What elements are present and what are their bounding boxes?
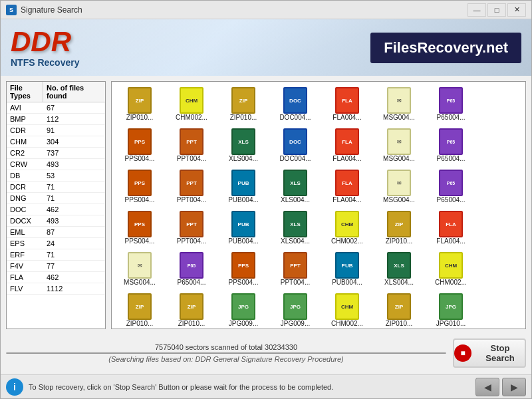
file-icon[interactable]: PPT PPT004... xyxy=(166,126,217,166)
file-list-row[interactable]: DOCX493 xyxy=(7,215,105,227)
file-icon-label: ZIP010... xyxy=(178,320,205,328)
file-list-row[interactable]: BMP112 xyxy=(7,114,105,125)
file-icon[interactable]: PPS PPS004... xyxy=(114,167,165,207)
file-icon[interactable]: PUB PUB004... xyxy=(218,167,269,207)
file-icon-img: PUB xyxy=(230,211,257,237)
file-icon[interactable]: DOC DOC004... xyxy=(270,126,321,166)
file-list-row[interactable]: DCR71 xyxy=(7,182,105,193)
file-icon-img: P65 xyxy=(438,128,464,155)
file-icon-label: P65004... xyxy=(437,196,466,204)
file-icon-label: ZIP010... xyxy=(386,237,413,245)
file-list-row[interactable]: FLV1112 xyxy=(7,283,105,295)
file-icon[interactable]: JPG JPG009... xyxy=(218,291,269,329)
file-icon[interactable]: ✉ MSG004... xyxy=(374,126,424,166)
file-list-row[interactable]: EML87 xyxy=(7,227,105,238)
file-count-cell: 91 xyxy=(43,125,105,136)
file-icon[interactable]: CHM CHM002... xyxy=(322,291,372,329)
file-icon[interactable]: CHM CHM002... xyxy=(426,249,476,289)
file-icon[interactable]: FLA FLA004... xyxy=(322,84,372,124)
file-list-row[interactable]: CR2737 xyxy=(7,148,105,159)
progress-row: 7575040 sectors scanned of total 3023433… xyxy=(6,338,526,368)
file-icon[interactable]: PPT PPT004... xyxy=(166,167,217,207)
file-type-icon: FLA xyxy=(335,170,359,196)
file-type-icon: ✉ xyxy=(128,252,152,279)
file-icon[interactable]: CHM CHM002... xyxy=(166,84,217,124)
file-icon-img: XLS xyxy=(230,128,257,155)
maximize-button[interactable]: □ xyxy=(487,3,506,17)
file-icon[interactable]: XLS XLS004... xyxy=(270,167,321,207)
file-icon-img: ZIP xyxy=(230,87,257,114)
file-icon-img: PPS xyxy=(126,211,153,237)
file-count-cell: 737 xyxy=(43,148,105,158)
file-icon[interactable]: ZIP ZIP010... xyxy=(374,208,424,248)
file-icon[interactable]: ZIP ZIP010... xyxy=(166,291,217,329)
header: DDR NTFS Recovery FilesRecovery.net xyxy=(1,19,531,76)
file-type-icon: ZIP xyxy=(128,87,152,114)
file-icon-label: PPS004... xyxy=(124,237,154,245)
file-icon[interactable]: PPS PPS004... xyxy=(114,126,165,166)
file-icon[interactable]: JPG JPG009... xyxy=(270,291,321,329)
file-icon[interactable]: P65 P65004... xyxy=(426,84,476,124)
file-icon-label: FLA004... xyxy=(332,196,361,204)
file-icon[interactable]: FLA FLA004... xyxy=(426,208,476,248)
file-list-row[interactable]: DB53 xyxy=(7,170,105,182)
file-icon[interactable]: PPT PPT004... xyxy=(270,249,321,289)
file-icon[interactable]: P65 P65004... xyxy=(166,249,217,289)
file-icon[interactable]: ZIP ZIP010... xyxy=(114,291,165,329)
file-type-icon: XLS xyxy=(283,211,307,237)
file-icon[interactable]: JPG JPG010... xyxy=(426,291,476,329)
file-icon[interactable]: CHM CHM002... xyxy=(322,208,372,248)
forward-button[interactable]: ▶ xyxy=(502,378,526,396)
file-type-icon: JPG xyxy=(231,293,255,320)
file-icon[interactable]: XLS XLS004... xyxy=(218,126,269,166)
minimize-button[interactable]: — xyxy=(467,3,486,17)
file-icon[interactable]: ZIP ZIP010... xyxy=(114,84,165,124)
file-list-scroll[interactable]: AVI67BMP112CDR91CHM304CR2737CRW493DB53DC… xyxy=(7,102,105,329)
file-icon-label: CHM002... xyxy=(331,320,363,328)
file-icon[interactable]: PUB PUB004... xyxy=(322,249,372,289)
file-list-row[interactable]: CHM304 xyxy=(7,136,105,148)
file-list-row[interactable]: EPS24 xyxy=(7,238,105,249)
file-icon[interactable]: ✉ MSG004... xyxy=(114,249,165,289)
file-list-row[interactable]: F4V77 xyxy=(7,261,105,272)
file-icon-label: PPT004... xyxy=(177,155,206,163)
file-icon[interactable]: P65 P65004... xyxy=(426,126,476,166)
file-icon[interactable]: FLA FLA004... xyxy=(322,167,372,207)
file-list-row[interactable]: AVI67 xyxy=(7,102,105,114)
files-scroll[interactable]: ZIP ZIP010... CHM CHM002... ZIP ZIP010..… xyxy=(112,82,525,329)
file-icon[interactable]: PPS PPS004... xyxy=(114,208,165,248)
file-list-row[interactable]: ERF71 xyxy=(7,249,105,261)
file-icon[interactable]: FLA FLA004... xyxy=(322,126,372,166)
file-icon[interactable]: ZIP ZIP010... xyxy=(218,84,269,124)
file-list-row[interactable]: DNG71 xyxy=(7,193,105,204)
file-icon[interactable]: ZIP ZIP010... xyxy=(374,291,424,329)
file-icon-img: ✉ xyxy=(126,252,153,279)
file-icon[interactable]: PUB PUB004... xyxy=(218,208,269,248)
file-list-row[interactable]: CRW493 xyxy=(7,159,105,170)
file-list-row[interactable]: DOC462 xyxy=(7,204,105,215)
info-icon: i xyxy=(6,378,23,396)
file-icon[interactable]: PPS PPS004... xyxy=(218,249,269,289)
window-title: Signature Search xyxy=(21,5,82,15)
file-type-icon: PPS xyxy=(128,170,152,196)
file-type-icon: PPS xyxy=(128,211,152,237)
file-list-row[interactable]: CDR91 xyxy=(7,125,105,136)
nav-buttons: ◀ ▶ xyxy=(475,378,526,396)
file-type-icon: CHM xyxy=(439,252,463,279)
back-button[interactable]: ◀ xyxy=(475,378,499,396)
file-icon-label: ZIP010... xyxy=(386,320,413,328)
file-icon[interactable]: PPT PPT004... xyxy=(166,208,217,248)
close-button[interactable]: ✕ xyxy=(507,3,526,17)
stop-search-button[interactable]: ■ Stop Search xyxy=(453,338,526,368)
file-type-icon: ✉ xyxy=(387,128,411,155)
file-list-row[interactable]: FLA462 xyxy=(7,272,105,283)
file-icon[interactable]: ✉ MSG004... xyxy=(374,167,424,207)
file-icon[interactable]: XLS XLS004... xyxy=(374,249,424,289)
file-icon[interactable]: P65 P65004... xyxy=(426,167,476,207)
file-icon[interactable]: ✉ MSG004... xyxy=(374,84,424,124)
file-type-cell: F4V xyxy=(7,261,43,271)
file-count-cell: 77 xyxy=(43,261,105,271)
file-icon-img: PPT xyxy=(178,211,205,237)
file-icon[interactable]: DOC DOC004... xyxy=(270,84,321,124)
file-icon[interactable]: XLS XLS004... xyxy=(270,208,321,248)
